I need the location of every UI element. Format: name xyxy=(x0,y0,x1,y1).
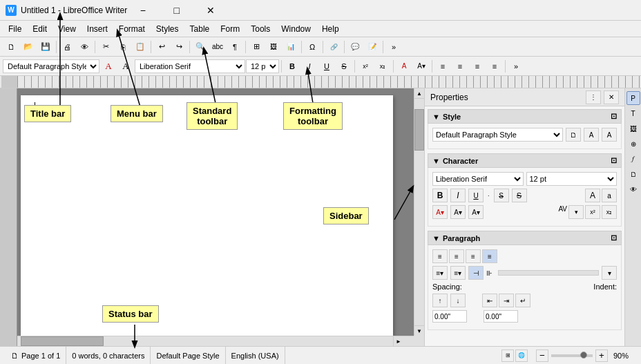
strikethrough-button[interactable]: S xyxy=(336,59,352,74)
char-italic-button[interactable]: I xyxy=(450,189,466,202)
gallery-panel-button[interactable]: 🖼 xyxy=(626,122,640,135)
char-sub-sidebar[interactable]: x₂ xyxy=(602,205,617,219)
char-strike-button[interactable]: S xyxy=(494,189,509,202)
spacing-above-value[interactable] xyxy=(432,310,467,323)
font-color-button[interactable]: A xyxy=(396,59,412,74)
indent-right-button[interactable]: ⇥ xyxy=(499,294,514,307)
superscript-button[interactable]: x² xyxy=(357,59,374,74)
paste-button[interactable]: 📋 xyxy=(132,39,149,55)
preview-button[interactable]: 👁 xyxy=(76,39,93,55)
minimize-button[interactable]: − xyxy=(127,2,158,19)
open-button[interactable]: 📂 xyxy=(20,39,37,55)
para-align-justify[interactable]: ≡ xyxy=(482,249,497,263)
formatting-marks-button[interactable]: ¶ xyxy=(227,39,243,55)
new-style-button[interactable]: 🗋 xyxy=(566,128,581,142)
table-button[interactable]: ⊞ xyxy=(248,39,265,55)
update-style-button[interactable]: A xyxy=(584,128,599,142)
font-name-sidebar-select[interactable]: Liberation Serif xyxy=(432,172,524,186)
style-options-button[interactable]: A xyxy=(602,128,617,142)
para-align-right[interactable]: ≡ xyxy=(466,249,481,263)
char-highlight-sidebar[interactable]: A▾ xyxy=(450,205,466,219)
menu-format[interactable]: Format xyxy=(113,21,151,37)
functions-panel-button[interactable]: 𝑓 xyxy=(626,152,640,166)
standard-view-button[interactable]: ⊞ xyxy=(501,349,514,362)
indent-left-value[interactable] xyxy=(484,310,518,323)
paragraph-section-header[interactable]: ▼ Paragraph ⊡ xyxy=(428,231,622,245)
sidebar-more-button[interactable]: ⋮ xyxy=(586,90,601,104)
zoom-out-button[interactable]: − xyxy=(536,349,548,362)
char-lowercase-button[interactable]: a xyxy=(602,189,617,202)
menu-view[interactable]: View xyxy=(52,21,82,37)
align-center-button[interactable]: ≡ xyxy=(452,59,468,74)
indent-left-button[interactable]: ⇤ xyxy=(482,294,497,307)
special-char-button[interactable]: Ω xyxy=(304,39,320,55)
menu-form[interactable]: Form xyxy=(215,21,245,37)
paragraph-style-select[interactable]: Default Paragraph Style xyxy=(3,59,99,73)
more-formatting-button[interactable]: » xyxy=(508,59,524,74)
menu-help[interactable]: Help xyxy=(316,21,345,37)
cut-button[interactable]: ✂ xyxy=(97,39,114,55)
para-outdent-button[interactable]: ⊣ xyxy=(468,266,484,280)
menu-tools[interactable]: Tools xyxy=(245,21,276,37)
new-doc-button[interactable]: 🗋 xyxy=(3,39,19,55)
align-justify-button[interactable]: ≡ xyxy=(486,59,503,74)
redo-button[interactable]: ↪ xyxy=(171,39,187,55)
font-style-a2[interactable]: A xyxy=(117,59,134,74)
para-more-button[interactable]: ▾ xyxy=(602,266,617,280)
chart-button[interactable]: 📊 xyxy=(283,39,299,55)
properties-panel-button[interactable]: P xyxy=(626,91,640,105)
undo-button[interactable]: ↩ xyxy=(153,39,170,55)
italic-button[interactable]: I xyxy=(301,59,318,74)
save-button[interactable]: 💾 xyxy=(37,39,54,55)
char-shadow-sidebar[interactable]: A▾ xyxy=(468,205,484,219)
menu-insert[interactable]: Insert xyxy=(82,21,113,37)
document-area[interactable]: ▲ ▼ ◄ ► xyxy=(0,88,424,346)
menu-edit[interactable]: Edit xyxy=(27,21,52,37)
more-button[interactable]: » xyxy=(385,39,402,55)
image-button[interactable]: 🖼 xyxy=(265,39,282,55)
eye-panel-button[interactable]: 👁 xyxy=(626,182,640,196)
para-align-center[interactable]: ≡ xyxy=(449,249,464,263)
style-section-header[interactable]: ▼ Style ⊡ xyxy=(428,109,622,124)
highlight-button[interactable]: A▾ xyxy=(413,59,430,74)
web-view-button[interactable]: 🌐 xyxy=(515,349,528,362)
find-button[interactable]: 🔍 xyxy=(192,39,209,55)
font-size-sidebar-select[interactable]: 12 pt xyxy=(526,172,618,186)
comment-button[interactable]: 💬 xyxy=(347,39,363,55)
para-list-button[interactable]: ≡▾ xyxy=(432,266,448,280)
document-page[interactable] xyxy=(21,95,393,336)
track-changes-button[interactable]: 📝 xyxy=(364,39,381,55)
scroll-thumb-horizontal[interactable] xyxy=(21,336,104,346)
font-style-a1[interactable]: A xyxy=(100,59,117,74)
menu-table[interactable]: Table xyxy=(184,21,216,37)
char-super-sidebar[interactable]: x² xyxy=(585,205,600,219)
spacing-above-button[interactable]: ↑ xyxy=(432,294,448,307)
spellcheck-button[interactable]: abc xyxy=(209,39,226,55)
char-double-strike-button[interactable]: S xyxy=(512,189,527,202)
styles-panel-button[interactable]: T xyxy=(626,106,640,120)
kern-button[interactable]: ▾ xyxy=(568,205,584,219)
para-align-left[interactable]: ≡ xyxy=(432,249,448,263)
underline-button[interactable]: U xyxy=(318,59,335,74)
vertical-scrollbar[interactable]: ▲ ▼ xyxy=(414,88,424,336)
zoom-in-button[interactable]: + xyxy=(595,349,608,362)
horizontal-scrollbar[interactable]: ◄ ► xyxy=(0,336,414,346)
menu-styles[interactable]: Styles xyxy=(151,21,184,37)
char-underline-button[interactable]: U xyxy=(468,189,484,202)
paragraph-style-sidebar-select[interactable]: Default Paragraph Style xyxy=(432,128,563,142)
char-uppercase-button[interactable]: A xyxy=(585,189,600,202)
character-section-header[interactable]: ▼ Character ⊡ xyxy=(428,153,622,168)
print-button[interactable]: 🖨 xyxy=(59,39,75,55)
copy-button[interactable]: ⎘ xyxy=(115,39,131,55)
navigator-panel-button[interactable]: ⊕ xyxy=(626,137,640,151)
char-bold-button[interactable]: B xyxy=(432,189,448,202)
para-num-list-button[interactable]: ≡▾ xyxy=(450,266,466,280)
char-font-color-sidebar[interactable]: A▾ xyxy=(432,205,448,219)
maximize-button[interactable]: □ xyxy=(161,2,192,19)
close-button[interactable]: ✕ xyxy=(195,2,226,19)
zoom-slider[interactable] xyxy=(551,354,593,357)
sidebar-close-button[interactable]: ✕ xyxy=(604,90,619,104)
menu-window[interactable]: Window xyxy=(276,21,316,37)
menu-file[interactable]: File xyxy=(3,21,27,37)
subscript-button[interactable]: x₂ xyxy=(374,59,391,74)
